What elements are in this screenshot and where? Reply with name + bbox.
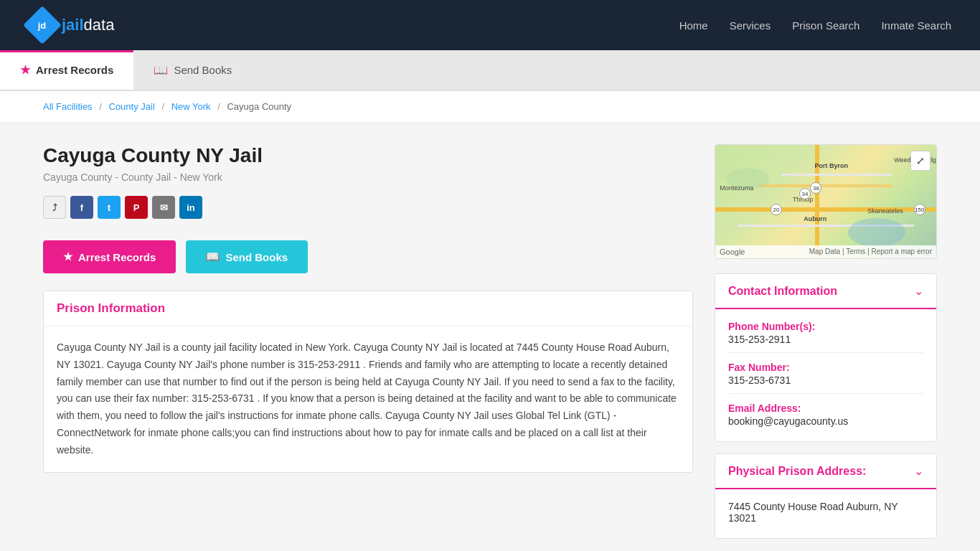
star-icon: ★ [20,63,30,77]
sidebar: Port Byron Weedsport Elbridge Montezuma … [715,144,937,550]
subnav-bar: ★ Arrest Records 📖 Send Books [0,50,980,91]
header: jd jaildata Home Services Prison Search … [0,0,980,50]
logo[interactable]: jd jaildata [29,11,114,39]
action-buttons: ★ Arrest Records 📖 Send Books [43,240,693,273]
nav-prison-search[interactable]: Prison Search [792,19,859,32]
main-content: Cayuga County NY Jail Cayuga County - Co… [0,123,980,551]
phone-label: Phone Number(s): [728,321,923,332]
address-card: Physical Prison Address: ⌄ 7445 County H… [715,453,937,539]
map-bg: Port Byron Weedsport Elbridge Montezuma … [715,145,936,258]
book-icon: 📖 [154,63,168,77]
map-footer: Google Map Data | Terms | Report a map e… [715,245,936,258]
fax-label: Fax Number: [728,362,923,373]
google-logo: Google [720,248,745,256]
map-terms-label: Terms [846,248,865,255]
map-data-label: Map Data [809,248,840,255]
map-report-label: Report a map error [872,248,932,255]
subnav-arrest-records[interactable]: ★ Arrest Records [0,50,133,90]
subnav-send-books[interactable]: 📖 Send Books [133,50,252,90]
prison-info-card: Prison Information Cayuga County NY Jail… [43,291,693,473]
facility-title: Cayuga County NY Jail [43,144,693,167]
facility-subtitle: Cayuga County - County Jail - New York [43,171,693,183]
address-card-header: Physical Prison Address: ⌄ [715,454,936,489]
logo-text: jaildata [62,16,114,34]
main-nav: Home Services Prison Search Inmate Searc… [679,19,951,32]
address-card-body: 7445 County House Road Auburn, NY 13021 [715,489,936,538]
nav-home[interactable]: Home [679,19,708,32]
arrest-records-button[interactable]: ★ Arrest Records [43,240,176,273]
nav-inmate-search[interactable]: Inmate Search [881,19,951,32]
breadcrumb-county-jail[interactable]: County Jail [109,101,155,112]
contact-card-body: Phone Number(s): 315-253-2911 Fax Number… [715,309,936,441]
fax-value: 315-253-6731 [728,375,923,386]
send-books-button[interactable]: 📖 Send Books [186,240,308,273]
email-button[interactable]: ✉ [152,196,175,219]
social-row: ⤴ f t P ✉ in [43,196,693,219]
star-icon-btn: ★ [63,250,72,263]
email-value: booking@cayugacounty.us [728,415,923,427]
pinterest-button[interactable]: P [125,196,148,219]
nav-services[interactable]: Services [730,19,771,32]
share-button[interactable]: ⤴ [43,196,66,219]
contact-card-header: Contact Information ⌄ [715,274,936,309]
logo-icon: jd [23,6,62,44]
address-value: 7445 County House Road Auburn, NY 13021 [728,501,923,524]
breadcrumb: All Facilities / County Jail / New York … [0,91,980,123]
breadcrumb-all-facilities[interactable]: All Facilities [43,101,93,112]
book-icon-btn: 📖 [206,250,220,263]
facebook-button[interactable]: f [70,196,93,219]
email-label: Email Address: [728,402,923,414]
breadcrumb-current: Cayuga County [227,101,291,112]
contact-card: Contact Information ⌄ Phone Number(s): 3… [715,273,937,442]
phone-value: 315-253-2911 [728,334,923,345]
content-area: Cayuga County NY Jail Cayuga County - Co… [43,144,693,550]
prison-info-body: Cayuga County NY Jail is a county jail f… [44,326,692,472]
contact-chevron[interactable]: ⌄ [914,284,923,298]
linkedin-button[interactable]: in [179,196,202,219]
twitter-button[interactable]: t [98,196,121,219]
address-chevron[interactable]: ⌄ [914,464,923,478]
prison-info-header: Prison Information [44,291,692,326]
map-container: Port Byron Weedsport Elbridge Montezuma … [715,144,937,259]
map-expand-button[interactable]: ⤢ [910,151,930,171]
breadcrumb-new-york[interactable]: New York [171,101,211,112]
